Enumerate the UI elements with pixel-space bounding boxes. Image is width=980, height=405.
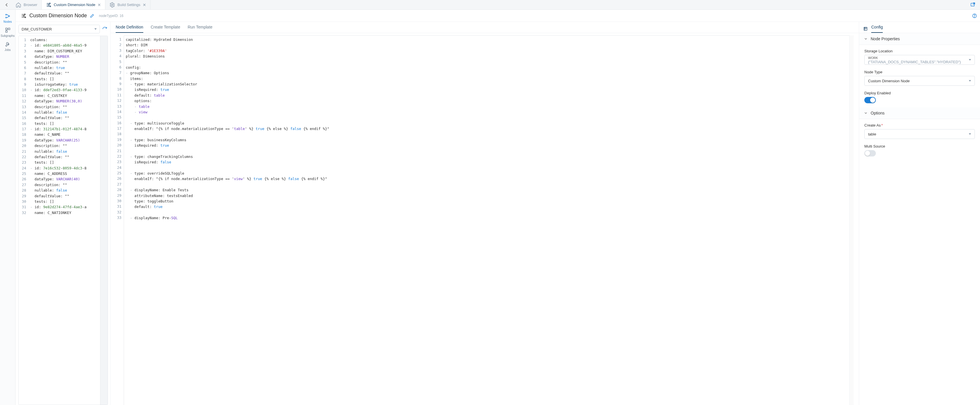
subtab-run-template[interactable]: Run Template [188,25,212,33]
tab-config[interactable]: Config [871,25,883,33]
nav-jobs[interactable]: Jobs [5,41,11,51]
minimap [100,36,108,405]
tab-build-settings[interactable]: Build Settings✕ [105,0,151,10]
tab-label: Build Settings [118,3,140,7]
svg-point-2 [50,6,51,6]
label-node-type: Node Type [864,70,975,74]
svg-point-14 [23,15,24,16]
nav-subgraphs[interactable]: Subgraphs [1,27,14,37]
open-external-icon[interactable] [970,2,976,8]
chevron-down-icon [864,111,868,115]
label-storage-location: Storage Location [864,49,975,53]
top-tab-bar: Browser Custom Dimension Node✕ Build Set… [0,0,980,10]
nav-nodes[interactable]: Nodes [3,13,12,23]
nav-label: Jobs [5,48,11,51]
close-icon[interactable]: ✕ [143,3,146,7]
multi-source-toggle[interactable] [864,150,876,156]
nodes-icon [5,13,11,19]
svg-point-8 [5,17,6,18]
tabs: Browser Custom Dimension Node✕ Build Set… [11,0,151,10]
svg-point-1 [48,4,49,5]
section-options[interactable]: Options [859,107,980,119]
config-panel: Config Node Properties Storage Location [859,22,980,405]
node-type-id: nodeTypeID: 16 [99,14,123,18]
create-as-select[interactable]: table [864,129,975,139]
edit-title-icon[interactable] [90,14,94,18]
left-nav-rail: NodesSubgraphsJobs [0,10,16,405]
nav-label: Nodes [3,20,12,23]
chevron-down-icon [864,37,868,41]
wrench-icon [5,41,11,47]
tab-custom-dimension-node[interactable]: Custom Dimension Node✕ [42,0,106,10]
back-button[interactable] [2,2,11,8]
tab-label: Browser [24,3,37,7]
subtab-node-definition[interactable]: Node Definition [116,25,143,33]
label-create-as: Create As* [864,123,975,127]
home-icon [16,2,21,8]
label-multi-source: Multi Source [864,144,975,148]
storage-location-select[interactable]: WORK ("TATIANA_DOCS_DYNAMIC_TABLES"."HYD… [864,55,975,65]
definition-panel: Node DefinitionCreate TemplateRun Templa… [110,22,859,405]
nav-label: Subgraphs [1,34,14,37]
config-icon [863,27,868,31]
svg-rect-11 [8,28,10,30]
node-selector-panel: DIM_CUSTOMER 123456789101112131415161718… [16,22,110,405]
subtab-create-template[interactable]: Create Template [151,25,180,33]
svg-point-0 [49,3,50,4]
svg-rect-16 [864,27,867,30]
sliders-icon [21,13,27,19]
svg-point-7 [5,14,6,15]
gear-icon [109,2,115,8]
section-node-properties[interactable]: Node Properties [859,33,980,45]
svg-point-9 [9,16,10,16]
columns-yaml-editor[interactable]: 1234567891011121314151617181920212223242… [18,36,108,405]
close-icon[interactable]: ✕ [97,3,101,7]
svg-rect-10 [5,28,7,30]
svg-rect-12 [5,31,7,32]
svg-point-13 [24,14,25,15]
label-deploy-enabled: Deploy Enabled [864,91,975,95]
definition-tabs: Node DefinitionCreate TemplateRun Templa… [110,22,859,33]
svg-point-6 [974,17,975,17]
node-select[interactable]: DIM_CUSTOMER [18,25,100,33]
tab-label: Custom Dimension Node [54,3,95,7]
node-type-select[interactable]: Custom Dimension Node [864,76,975,86]
tab-browser[interactable]: Browser [11,0,42,10]
svg-point-3 [111,4,113,5]
page-header: Custom Dimension Node nodeTypeID: 16 [16,10,980,22]
help-icon[interactable] [972,13,977,18]
refresh-icon[interactable] [102,27,108,32]
subgraph-icon [5,27,11,33]
svg-point-15 [25,17,25,17]
deploy-enabled-toggle[interactable] [864,97,876,103]
page-title: Custom Dimension Node [29,13,87,19]
sliders-icon [46,2,51,8]
definition-yaml-editor[interactable]: 1234567891011121314151617181920212223242… [114,35,854,405]
